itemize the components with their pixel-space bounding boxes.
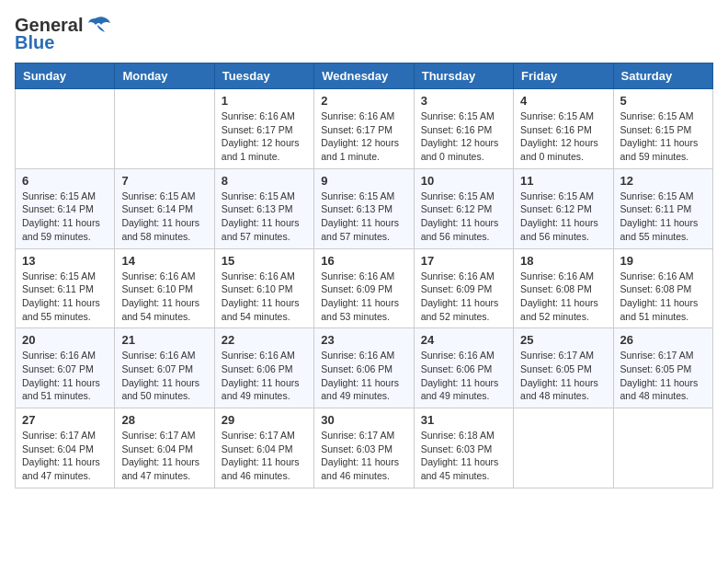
calendar-week-row: 6Sunrise: 6:15 AMSunset: 6:14 PMDaylight… [16,168,713,248]
calendar-cell: 4Sunrise: 6:15 AMSunset: 6:16 PMDaylight… [514,89,613,169]
day-number: 30 [321,413,406,427]
day-number: 19 [620,254,706,268]
day-info: Sunrise: 6:16 AMSunset: 6:09 PMDaylight:… [421,270,506,324]
calendar-cell: 6Sunrise: 6:15 AMSunset: 6:14 PMDaylight… [16,168,115,248]
day-info: Sunrise: 6:16 AMSunset: 6:17 PMDaylight:… [321,109,406,164]
calendar-cell: 12Sunrise: 6:15 AMSunset: 6:11 PMDayligh… [613,168,712,248]
day-number: 10 [421,174,506,188]
day-info: Sunrise: 6:18 AMSunset: 6:03 PMDaylight:… [421,429,506,483]
day-info: Sunrise: 6:15 AMSunset: 6:13 PMDaylight:… [222,190,307,244]
day-number: 17 [421,254,506,268]
day-number: 9 [321,174,406,188]
calendar-cell: 8Sunrise: 6:15 AMSunset: 6:13 PMDaylight… [214,168,313,248]
day-number: 24 [421,333,506,347]
calendar-cell: 17Sunrise: 6:16 AMSunset: 6:09 PMDayligh… [414,248,513,328]
day-info: Sunrise: 6:16 AMSunset: 6:07 PMDaylight:… [121,349,207,403]
calendar-week-row: 1Sunrise: 6:16 AMSunset: 6:17 PMDaylight… [16,89,713,169]
calendar-cell: 30Sunrise: 6:17 AMSunset: 6:03 PMDayligh… [314,408,414,488]
day-number: 6 [22,174,108,188]
day-number: 12 [620,174,706,188]
day-number: 16 [321,254,406,268]
logo: General Blue [15,15,110,53]
weekday-header: Monday [115,63,214,89]
page-header: General Blue [15,15,713,53]
day-number: 8 [222,174,307,188]
logo-bird-icon [85,16,110,36]
day-info: Sunrise: 6:17 AMSunset: 6:04 PMDaylight:… [121,429,207,483]
calendar-cell: 5Sunrise: 6:15 AMSunset: 6:15 PMDaylight… [613,89,712,169]
day-info: Sunrise: 6:17 AMSunset: 6:05 PMDaylight:… [620,349,706,403]
day-info: Sunrise: 6:16 AMSunset: 6:10 PMDaylight:… [121,270,207,324]
logo-blue-text: Blue [15,32,54,53]
day-number: 23 [321,333,406,347]
weekday-header: Sunday [16,63,115,89]
calendar-cell: 29Sunrise: 6:17 AMSunset: 6:04 PMDayligh… [214,408,313,488]
calendar-cell: 27Sunrise: 6:17 AMSunset: 6:04 PMDayligh… [16,408,115,488]
day-number: 18 [520,254,606,268]
calendar-cell [115,89,214,169]
day-info: Sunrise: 6:15 AMSunset: 6:16 PMDaylight:… [421,109,506,164]
day-info: Sunrise: 6:16 AMSunset: 6:07 PMDaylight:… [22,349,108,403]
day-info: Sunrise: 6:16 AMSunset: 6:10 PMDaylight:… [222,270,307,324]
day-info: Sunrise: 6:16 AMSunset: 6:09 PMDaylight:… [321,270,406,324]
day-number: 31 [421,413,506,427]
day-info: Sunrise: 6:16 AMSunset: 6:17 PMDaylight:… [222,109,307,164]
day-number: 15 [222,254,307,268]
day-number: 20 [22,333,108,347]
calendar-cell: 15Sunrise: 6:16 AMSunset: 6:10 PMDayligh… [214,248,313,328]
calendar-cell: 24Sunrise: 6:16 AMSunset: 6:06 PMDayligh… [414,328,513,408]
day-number: 1 [222,94,307,108]
calendar-cell: 10Sunrise: 6:15 AMSunset: 6:12 PMDayligh… [414,168,513,248]
day-number: 2 [321,94,406,108]
day-number: 22 [222,333,307,347]
calendar-cell: 14Sunrise: 6:16 AMSunset: 6:10 PMDayligh… [115,248,214,328]
weekday-header: Friday [514,63,613,89]
day-number: 28 [121,413,207,427]
day-info: Sunrise: 6:15 AMSunset: 6:13 PMDaylight:… [321,190,406,244]
day-info: Sunrise: 6:16 AMSunset: 6:06 PMDaylight:… [421,349,506,403]
day-info: Sunrise: 6:17 AMSunset: 6:04 PMDaylight:… [222,429,307,483]
day-number: 25 [520,333,606,347]
day-number: 3 [421,94,506,108]
day-info: Sunrise: 6:16 AMSunset: 6:08 PMDaylight:… [520,270,606,324]
day-number: 27 [22,413,108,427]
calendar-cell: 9Sunrise: 6:15 AMSunset: 6:13 PMDaylight… [314,168,414,248]
day-info: Sunrise: 6:15 AMSunset: 6:11 PMDaylight:… [620,190,706,244]
calendar-cell [514,408,613,488]
calendar-cell: 23Sunrise: 6:16 AMSunset: 6:06 PMDayligh… [314,328,414,408]
calendar-cell: 13Sunrise: 6:15 AMSunset: 6:11 PMDayligh… [16,248,115,328]
day-info: Sunrise: 6:15 AMSunset: 6:14 PMDaylight:… [121,190,207,244]
day-info: Sunrise: 6:15 AMSunset: 6:14 PMDaylight:… [22,190,108,244]
calendar-cell: 31Sunrise: 6:18 AMSunset: 6:03 PMDayligh… [414,408,513,488]
weekday-header: Thursday [414,63,513,89]
day-info: Sunrise: 6:15 AMSunset: 6:12 PMDaylight:… [421,190,506,244]
calendar-table: SundayMondayTuesdayWednesdayThursdayFrid… [15,63,713,488]
calendar-cell: 11Sunrise: 6:15 AMSunset: 6:12 PMDayligh… [514,168,613,248]
day-number: 4 [520,94,606,108]
weekday-header: Wednesday [314,63,414,89]
calendar-cell: 21Sunrise: 6:16 AMSunset: 6:07 PMDayligh… [115,328,214,408]
weekday-header: Tuesday [214,63,313,89]
calendar-cell: 19Sunrise: 6:16 AMSunset: 6:08 PMDayligh… [613,248,712,328]
day-info: Sunrise: 6:16 AMSunset: 6:06 PMDaylight:… [222,349,307,403]
calendar-cell: 2Sunrise: 6:16 AMSunset: 6:17 PMDaylight… [314,89,414,169]
calendar-week-row: 13Sunrise: 6:15 AMSunset: 6:11 PMDayligh… [16,248,713,328]
calendar-cell: 28Sunrise: 6:17 AMSunset: 6:04 PMDayligh… [115,408,214,488]
day-info: Sunrise: 6:17 AMSunset: 6:03 PMDaylight:… [321,429,406,483]
calendar-cell: 25Sunrise: 6:17 AMSunset: 6:05 PMDayligh… [514,328,613,408]
calendar-cell [613,408,712,488]
day-info: Sunrise: 6:15 AMSunset: 6:11 PMDaylight:… [22,270,108,324]
calendar-cell [16,89,115,169]
calendar-week-row: 27Sunrise: 6:17 AMSunset: 6:04 PMDayligh… [16,408,713,488]
day-number: 5 [620,94,706,108]
day-info: Sunrise: 6:15 AMSunset: 6:15 PMDaylight:… [620,109,706,164]
weekday-header: Saturday [613,63,712,89]
day-info: Sunrise: 6:16 AMSunset: 6:06 PMDaylight:… [321,349,406,403]
calendar-cell: 18Sunrise: 6:16 AMSunset: 6:08 PMDayligh… [514,248,613,328]
day-info: Sunrise: 6:15 AMSunset: 6:12 PMDaylight:… [520,190,606,244]
calendar-cell: 26Sunrise: 6:17 AMSunset: 6:05 PMDayligh… [613,328,712,408]
calendar-cell: 20Sunrise: 6:16 AMSunset: 6:07 PMDayligh… [16,328,115,408]
calendar-cell: 22Sunrise: 6:16 AMSunset: 6:06 PMDayligh… [214,328,313,408]
day-number: 7 [121,174,207,188]
day-number: 11 [520,174,606,188]
